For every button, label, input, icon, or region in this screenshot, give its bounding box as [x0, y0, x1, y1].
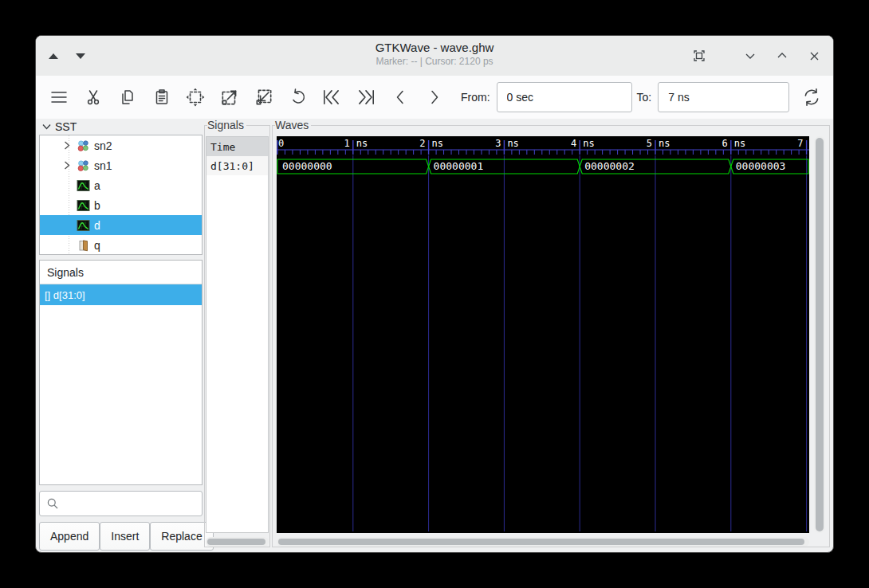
signals-frame-label: Signals	[207, 119, 246, 131]
timeline-tick-unit: ns	[507, 138, 518, 149]
jump-to-start-icon	[321, 87, 342, 108]
port-door-icon	[77, 239, 90, 252]
bus-segment-value: 00000001	[434, 160, 484, 172]
sst-label: SST	[55, 120, 77, 133]
zoom-in-icon	[219, 87, 240, 108]
shade-down-button[interactable]	[76, 53, 85, 59]
sst-signals-list: Signals [] d[31:0]	[39, 260, 203, 485]
signals-list-header: Signals	[40, 261, 202, 284]
close-icon	[809, 51, 820, 61]
cut-button[interactable]	[81, 83, 106, 112]
timeline-tick-label: 2	[419, 138, 425, 149]
wave-signal-icon	[77, 219, 90, 232]
expander-down-icon	[42, 123, 51, 130]
bus-name-row[interactable]: d[31:0]	[206, 156, 268, 175]
sst-tree: sn2 sn1 a b	[39, 135, 203, 255]
timeline-tick-unit: ns	[432, 138, 443, 149]
tree-item-b[interactable]: b	[40, 195, 202, 215]
cut-icon	[84, 88, 103, 107]
timeline-tick-label: 3	[495, 138, 501, 149]
minimize-button[interactable]	[742, 48, 758, 64]
jump-start-button[interactable]	[320, 83, 344, 112]
waves-hscrollbar[interactable]	[277, 537, 809, 547]
keep-above-button[interactable]	[691, 48, 707, 64]
timeline-tick-label: 0	[278, 138, 284, 149]
timeline-tick-label: 6	[722, 138, 728, 149]
undo-icon	[289, 88, 308, 107]
chevron-left-icon	[391, 87, 410, 108]
chevron-down-icon	[745, 52, 756, 60]
insert-button[interactable]: Insert	[100, 522, 150, 551]
waves-canvas[interactable]: 01ns2ns3ns4ns5ns6ns7ns000000000000000100…	[277, 136, 809, 533]
bus-segment-value: 00000000	[282, 160, 332, 172]
wave-signal-icon	[77, 199, 90, 212]
from-input[interactable]	[497, 82, 632, 112]
tree-item-label: q	[94, 239, 100, 252]
hierarchy-icon	[77, 139, 90, 152]
timeline-tick-label: 7	[797, 138, 803, 149]
expander-right-icon[interactable]	[64, 141, 75, 150]
waves-frame-label: Waves	[275, 119, 311, 131]
toolbar: From: To:	[36, 76, 833, 119]
reload-button[interactable]	[799, 83, 824, 112]
timeline-tick-unit: ns	[659, 138, 670, 149]
paste-button[interactable]	[149, 83, 174, 112]
paste-icon	[152, 88, 171, 107]
zoom-out-button[interactable]	[252, 83, 277, 112]
step-forward-button[interactable]	[422, 83, 446, 112]
waves-vscrollbar[interactable]	[814, 136, 825, 533]
keep-above-icon	[692, 49, 706, 63]
copy-icon	[118, 88, 137, 107]
tree-item-sn2[interactable]: sn2	[40, 135, 202, 155]
tree-item-label: sn2	[94, 139, 112, 152]
shade-up-button[interactable]	[49, 53, 58, 59]
titlebar[interactable]: GTKWave - wave.ghw Marker: -- | Cursor: …	[36, 36, 833, 76]
timeline-tick-unit: ns	[734, 138, 745, 149]
tree-item-label: a	[94, 179, 100, 192]
signal-search[interactable]	[39, 491, 203, 516]
signals-hscrollbar[interactable]	[206, 537, 269, 547]
zoom-fit-button[interactable]	[183, 83, 208, 112]
from-label: From:	[461, 91, 490, 104]
step-back-button[interactable]	[388, 83, 413, 112]
bus-segment-value: 00000003	[736, 160, 786, 172]
wave-signal-icon	[77, 179, 90, 192]
menu-button[interactable]	[47, 83, 72, 112]
search-icon	[46, 497, 59, 510]
maximize-button[interactable]	[774, 48, 790, 64]
bus-segment-value: 00000002	[584, 160, 635, 172]
tree-item-q[interactable]: q	[40, 235, 202, 255]
copy-button[interactable]	[116, 83, 140, 112]
timeline-tick-label: 4	[571, 138, 576, 149]
to-input[interactable]	[658, 82, 789, 112]
timeline-tick-unit: ns	[356, 138, 368, 149]
timeline-tick-label: 5	[647, 138, 652, 149]
signal-list-item-selected[interactable]: [] d[31:0]	[40, 284, 202, 305]
tree-item-sn1[interactable]: sn1	[40, 155, 202, 175]
zoom-fit-icon	[185, 87, 206, 108]
gtkwave-window: GTKWave - wave.ghw Marker: -- | Cursor: …	[35, 35, 834, 553]
append-button[interactable]: Append	[39, 522, 100, 551]
search-input[interactable]	[59, 492, 202, 515]
chevron-right-icon	[425, 87, 444, 108]
tree-item-d-selected[interactable]: d	[40, 215, 202, 235]
zoom-out-icon	[254, 87, 274, 108]
sst-header[interactable]: SST	[42, 120, 77, 133]
timeline-tick-unit: ns	[583, 138, 594, 149]
tree-item-label: d	[94, 219, 100, 232]
undo-button[interactable]	[285, 83, 310, 112]
zoom-in-button[interactable]	[218, 83, 242, 112]
to-label: To:	[637, 91, 652, 104]
timeline-tick-label: 1	[344, 138, 350, 149]
tree-item-label: sn1	[94, 159, 112, 172]
chevron-up-icon	[777, 52, 788, 60]
close-button[interactable]	[806, 48, 822, 64]
tree-item-label: b	[94, 199, 100, 212]
jump-end-button[interactable]	[354, 83, 379, 112]
signal-name-list: Time d[31:0]	[206, 136, 269, 533]
reload-icon	[801, 87, 822, 108]
time-row[interactable]: Time	[206, 137, 268, 156]
expander-right-icon[interactable]	[64, 161, 75, 170]
tree-item-a[interactable]: a	[40, 175, 202, 195]
hierarchy-icon	[77, 159, 90, 172]
